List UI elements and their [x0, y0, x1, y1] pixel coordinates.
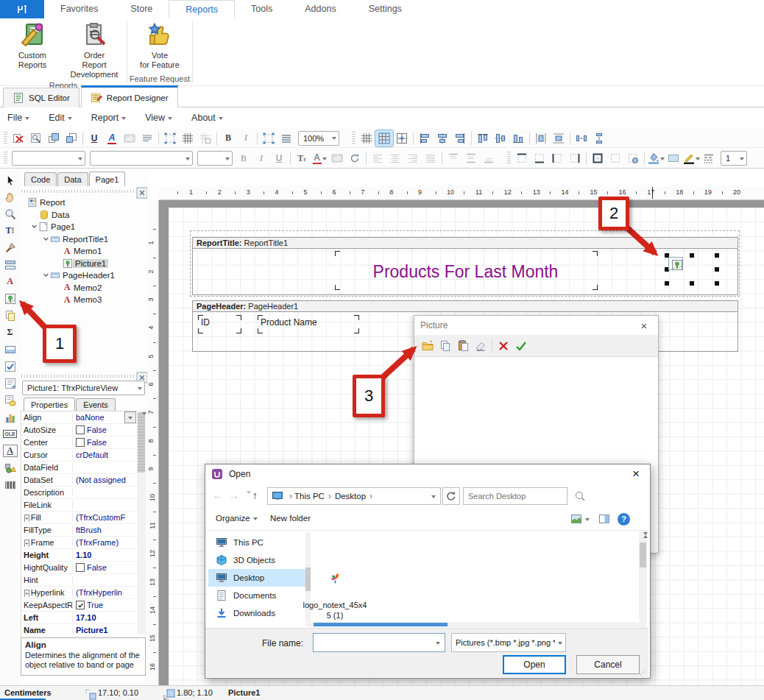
subreport-tool[interactable]: [1, 375, 19, 392]
property-row-fill[interactable]: +Fill (TfrxCustomF: [21, 512, 138, 524]
ribbon-tab-favorites[interactable]: Favorites: [44, 0, 114, 18]
menu-file[interactable]: File: [7, 113, 29, 123]
inspector-tab-properties[interactable]: Properties: [24, 397, 75, 411]
page-header-band-header[interactable]: PageHeader: PageHeader1: [193, 301, 738, 312]
property-row-hyperlink[interactable]: +Hyperlink (TfrxHyperlin: [21, 587, 138, 599]
file-list-scrollbar[interactable]: [639, 531, 647, 628]
highlight-button[interactable]: ab: [121, 130, 138, 146]
memo-product-name[interactable]: Product Name: [261, 317, 317, 328]
v-middle-button[interactable]: [462, 150, 480, 166]
search-input[interactable]: [464, 491, 574, 501]
tree-node-memo2[interactable]: AMemo2: [21, 282, 145, 294]
tree-node-data[interactable]: Data: [21, 209, 145, 222]
open-folder-button[interactable]: [419, 338, 436, 354]
selection-handle[interactable]: [715, 267, 719, 272]
workspace-tab-code[interactable]: Code: [24, 172, 57, 186]
nav-history-icon[interactable]: [247, 491, 251, 506]
align-rights-button[interactable]: [451, 130, 469, 146]
fill-color-button[interactable]: [647, 150, 665, 166]
italic-button[interactable]: I: [252, 150, 270, 166]
font-color-button[interactable]: A: [103, 130, 121, 146]
font-color2-button[interactable]: A: [311, 150, 328, 166]
copy-button[interactable]: [436, 338, 454, 354]
workspace-tab-page1[interactable]: Page1: [89, 172, 126, 186]
menu-edit[interactable]: Edit: [49, 113, 72, 123]
delete-button[interactable]: [10, 130, 27, 146]
format-painter-tool[interactable]: [1, 239, 19, 256]
property-row-hightquality[interactable]: HightQuality False: [21, 562, 138, 574]
property-row-autosize[interactable]: AutoSize False: [21, 424, 138, 436]
align-centers-button[interactable]: [434, 130, 451, 146]
style-combo[interactable]: [197, 151, 233, 166]
db-band-tool[interactable]: [1, 392, 19, 409]
pointer-tool[interactable]: [1, 172, 19, 188]
ribbon-tab-store[interactable]: Store: [114, 0, 169, 18]
shape-tool[interactable]: [1, 459, 19, 476]
object-selector-combo[interactable]: Picture1: TfrxPictureView: [22, 381, 145, 395]
grid-button[interactable]: [179, 130, 197, 146]
file-type-combo[interactable]: Pictures (*.bmp *.jpg *.png *.ic: [451, 633, 566, 652]
property-row-left[interactable]: Left 17.10: [21, 612, 138, 624]
selection-handle[interactable]: [715, 281, 719, 286]
tree-node-pageheader1[interactable]: PageHeader1: [21, 269, 145, 282]
property-row-filelink[interactable]: FileLink: [21, 499, 138, 512]
sidebar-item-this-pc[interactable]: This PC: [208, 534, 305, 551]
property-row-frame[interactable]: +Frame (TfrxFrame): [21, 537, 138, 549]
align-tops-button[interactable]: [474, 130, 492, 146]
align-middles-button[interactable]: [492, 130, 509, 146]
ribbon-tab-reports[interactable]: Reports: [169, 0, 235, 18]
text-right-button[interactable]: [404, 150, 422, 166]
v-bottom-button[interactable]: [480, 150, 498, 166]
tree-node-report[interactable]: Report: [21, 197, 145, 209]
frame-top-button[interactable]: [513, 150, 531, 166]
text-object-tool[interactable]: A: [1, 273, 19, 290]
picture-dialog-close-icon[interactable]: ×: [636, 319, 652, 332]
band-tool[interactable]: [1, 256, 19, 273]
center-h-button[interactable]: [532, 130, 550, 146]
eraser-button[interactable]: [472, 338, 489, 354]
nav-up-icon[interactable]: ↑: [252, 489, 258, 501]
file-item[interactable]: [319, 562, 350, 595]
bold-button[interactable]: B: [235, 150, 252, 166]
picture-object[interactable]: [668, 257, 683, 270]
property-row-height[interactable]: Height 1.10: [21, 549, 138, 562]
app-logo-button[interactable]: [0, 0, 44, 18]
open-dialog-close-icon[interactable]: ×: [628, 467, 644, 481]
help-icon[interactable]: ?: [618, 513, 630, 526]
text-center-button[interactable]: [386, 150, 404, 166]
zoom-combo[interactable]: 100%: [298, 131, 339, 146]
frame-dots-button[interactable]: [161, 130, 179, 146]
breadcrumb-this-pc[interactable]: This PC: [294, 492, 325, 501]
menu-view[interactable]: View: [145, 113, 172, 123]
style-combo[interactable]: [12, 151, 85, 166]
file-name-combo[interactable]: [313, 633, 445, 652]
file-name-input[interactable]: [314, 637, 433, 648]
property-row-center[interactable]: Center False: [21, 436, 138, 449]
underline-button[interactable]: U: [270, 150, 288, 166]
hand-tool[interactable]: [1, 188, 19, 205]
style-combo[interactable]: [90, 151, 193, 166]
tree-node-page1[interactable]: Page1: [21, 221, 145, 233]
resize-grip[interactable]: ⋰: [640, 668, 646, 676]
tree-node-memo3[interactable]: AMemo3: [21, 294, 145, 306]
tree-node-memo1[interactable]: AMemo1: [21, 245, 145, 258]
selection-handle[interactable]: [690, 281, 694, 286]
clone-tool[interactable]: [1, 307, 19, 324]
zoom-tool[interactable]: [1, 205, 19, 222]
open-button[interactable]: Open: [503, 655, 566, 674]
report-title-band-header[interactable]: ReportTitle: ReportTitle1: [193, 238, 738, 249]
workspace-tab-data[interactable]: Data: [57, 172, 88, 186]
line-width-combo[interactable]: 1: [721, 151, 747, 166]
ribbon-tab-tools[interactable]: Tools: [235, 0, 289, 18]
paste-button[interactable]: [454, 338, 472, 354]
tree-node-reporttitle1[interactable]: ReportTitle1: [21, 233, 145, 246]
ribbon-tab-settings[interactable]: Settings: [353, 0, 418, 18]
report-title-memo[interactable]: Products For Last Month: [335, 255, 596, 289]
checkbox-tool[interactable]: [1, 358, 19, 375]
frame-none-button[interactable]: [606, 150, 624, 166]
sum-tool[interactable]: Σ: [1, 324, 19, 341]
frame-edit-button[interactable]: [624, 150, 642, 166]
space-h-button[interactable]: [573, 130, 590, 146]
font-button[interactable]: Tr: [293, 150, 311, 166]
line-style-button[interactable]: [700, 150, 718, 166]
